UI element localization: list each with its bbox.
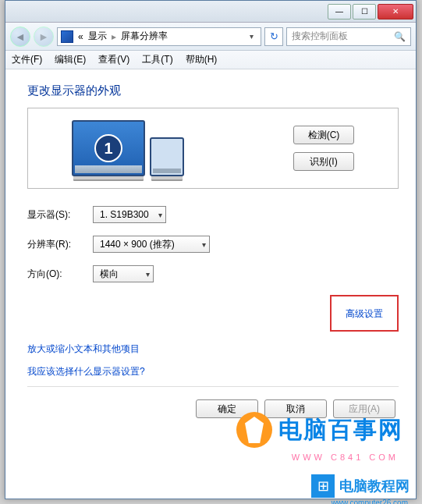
address-dropdown-icon[interactable]: ▾: [245, 32, 257, 41]
forward-button[interactable]: ►: [34, 27, 54, 47]
monitor-diagram[interactable]: 1: [72, 120, 184, 176]
menu-bar: 文件(F) 编辑(E) 查看(V) 工具(T) 帮助(H): [5, 51, 416, 69]
detect-button[interactable]: 检测(C): [293, 126, 354, 144]
display-label: 显示器(S):: [27, 208, 93, 222]
monitor-1[interactable]: 1: [72, 120, 145, 176]
monitor-taskbar: [75, 165, 142, 173]
titlebar: — ☐ ✕: [5, 1, 416, 23]
which-settings-link[interactable]: 我应该选择什么显示器设置?: [27, 366, 145, 377]
maximize-button[interactable]: ☐: [353, 4, 376, 20]
display-value: 1. S19B300: [100, 209, 149, 220]
content-area: 更改显示器的外观 1 检测(C) 识别(I) 显示器(S): 1. S19: [5, 69, 416, 424]
chevron-down-icon: ▾: [146, 270, 150, 279]
menu-file[interactable]: 文件(F): [12, 53, 42, 66]
monitor-number-badge: 1: [94, 134, 122, 162]
menu-view[interactable]: 查看(V): [98, 53, 129, 66]
back-button[interactable]: ◄: [10, 27, 30, 47]
breadcrumb-prefix: «: [78, 31, 83, 42]
monitor-2-disabled[interactable]: [150, 137, 184, 176]
menu-tools[interactable]: 工具(T): [142, 53, 172, 66]
divider: [27, 386, 399, 387]
watermark-url: WWW C841 COM: [292, 453, 399, 462]
chevron-down-icon: ▾: [158, 211, 162, 219]
refresh-button[interactable]: ↻: [264, 27, 283, 46]
display-select[interactable]: 1. S19B300 ▾: [93, 206, 166, 223]
search-box[interactable]: 搜索控制面板 🔍: [286, 27, 411, 46]
advanced-settings-link[interactable]: 高级设置: [346, 308, 383, 319]
minimize-button[interactable]: —: [328, 4, 351, 20]
breadcrumb-resolution[interactable]: 屏幕分辨率: [121, 30, 168, 43]
preview-buttons: 检测(C) 识别(I): [293, 126, 354, 171]
help-links: 放大或缩小文本和其他项目 我应该选择什么显示器设置?: [27, 341, 399, 378]
watermark-text: 电脑百事网: [278, 414, 403, 446]
display-preview: 1 检测(C) 识别(I): [27, 108, 399, 189]
close-button[interactable]: ✕: [378, 4, 413, 20]
watermark-pcbaishi: 电脑百事网: [236, 412, 403, 448]
orientation-label: 方向(O):: [27, 268, 93, 281]
watermark2-text: 电脑教程网: [339, 477, 410, 495]
resolution-value: 1440 × 900 (推荐): [100, 238, 175, 251]
advanced-settings-highlight: 高级设置: [330, 295, 399, 332]
menu-help[interactable]: 帮助(H): [186, 53, 218, 66]
search-placeholder: 搜索控制面板: [292, 30, 348, 43]
monitor-taskbar: [153, 169, 181, 173]
resolution-select[interactable]: 1440 × 900 (推荐) ▾: [93, 236, 210, 253]
orientation-select[interactable]: 横向 ▾: [93, 265, 154, 282]
page-title: 更改显示器的外观: [27, 83, 399, 98]
watermark-computer26: ⊞ 电脑教程网: [311, 474, 410, 498]
breadcrumb-display[interactable]: 显示: [88, 30, 107, 43]
text-size-link[interactable]: 放大或缩小文本和其他项目: [27, 343, 140, 354]
settings-form: 显示器(S): 1. S19B300 ▾ 分辨率(R): 1440 × 900 …: [27, 206, 399, 282]
watermark-logo-icon: [236, 412, 272, 448]
search-icon: 🔍: [394, 31, 406, 42]
breadcrumb-separator: ▸: [112, 31, 116, 42]
watermark2-url: www.computer26.com: [332, 499, 408, 504]
identify-button[interactable]: 识别(I): [293, 152, 354, 171]
resolution-label: 分辨率(R):: [27, 238, 93, 251]
watermark2-logo-icon: ⊞: [311, 474, 335, 498]
navigation-bar: ◄ ► « 显示 ▸ 屏幕分辨率 ▾ ↻ 搜索控制面板 🔍: [5, 23, 416, 51]
control-panel-icon: [61, 30, 73, 43]
chevron-down-icon: ▾: [202, 240, 206, 249]
menu-edit[interactable]: 编辑(E): [55, 53, 86, 66]
address-bar[interactable]: « 显示 ▸ 屏幕分辨率 ▾: [57, 27, 261, 46]
orientation-value: 横向: [100, 268, 119, 281]
